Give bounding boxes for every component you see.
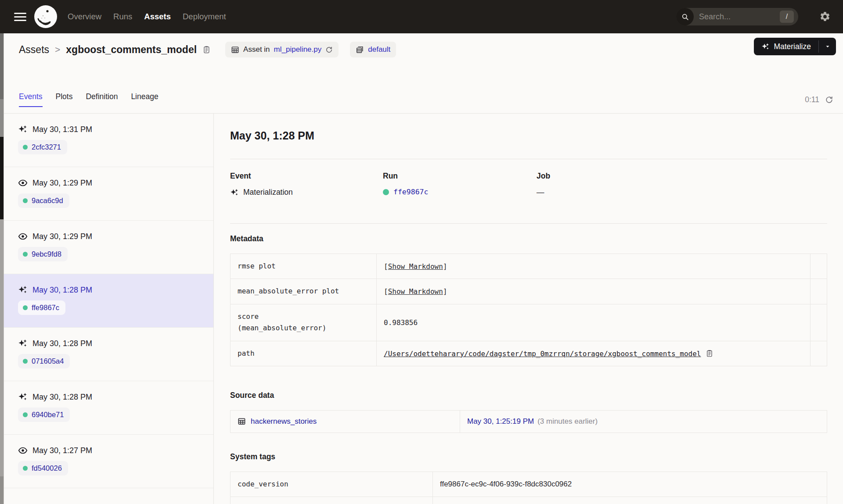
event-timestamp: May 30, 1:29 PM xyxy=(32,232,92,241)
observation-eye-icon xyxy=(18,178,28,188)
copy-asset-name-icon[interactable] xyxy=(202,45,211,54)
run-id-pill[interactable]: 9ebc9fd8 xyxy=(18,247,68,261)
event-summary-grid: Event Materialization Run ffe9867c xyxy=(230,172,827,197)
metadata-key: rmse plot xyxy=(238,262,276,270)
breadcrumb-separator: > xyxy=(55,44,60,55)
materialize-dropdown-button[interactable] xyxy=(819,38,836,55)
run-id-pill[interactable]: fd540026 xyxy=(18,461,68,475)
show-markdown-link[interactable]: Show Markdown xyxy=(388,262,443,271)
event-list-item[interactable]: May 30, 1:29 PM9aca6c9d xyxy=(4,167,213,221)
run-id-label: 9ebc9fd8 xyxy=(32,250,61,258)
run-status-dot xyxy=(23,252,28,257)
run-id-label: 2cfc3271 xyxy=(32,143,61,151)
tab-lineage[interactable]: Lineage xyxy=(131,92,158,107)
metadata-row: path/Users/odetteharary/code/dagster/tmp… xyxy=(231,341,827,366)
search-input[interactable]: Search... / xyxy=(676,8,798,25)
run-id-label: ffe9867c xyxy=(32,304,59,312)
metadata-row: mean_absolute_error plot[Show Markdown] xyxy=(231,279,827,304)
markdown-value: [Show Markdown] xyxy=(384,287,447,296)
event-detail-title: May 30, 1:28 PM xyxy=(230,129,827,142)
run-status-dot xyxy=(23,198,28,203)
copy-path-icon[interactable] xyxy=(705,349,713,357)
source-time-link[interactable]: May 30, 1:25:19 PM xyxy=(467,417,534,425)
reload-definitions-icon[interactable] xyxy=(325,46,333,54)
tab-plots[interactable]: Plots xyxy=(56,92,73,107)
metadata-value: 0.983856 xyxy=(384,318,418,327)
repo-tag-pill[interactable]: default xyxy=(350,42,396,57)
materialization-sparkle-icon xyxy=(18,392,28,402)
run-id-pill[interactable]: 9aca6c9d xyxy=(18,193,69,208)
materialization-sparkle-icon xyxy=(18,125,28,134)
nav-item-runs[interactable]: Runs xyxy=(113,12,132,21)
event-list-item[interactable]: May 30, 1:28 PM6940be71 xyxy=(4,381,213,435)
event-detail-panel: May 30, 1:28 PM Event Materialization Ru… xyxy=(214,114,843,504)
source-data-row: hackernews_storiesMay 30, 1:25:19 PM(3 m… xyxy=(231,410,827,433)
event-list-item[interactable]: May 30, 1:28 PM071605a4 xyxy=(4,328,213,381)
materialize-button[interactable]: Materialize xyxy=(754,38,818,55)
run-id-pill[interactable]: 2cfc3271 xyxy=(18,140,67,154)
tabs-toolbar: EventsPlotsDefinitionLineage 0:11 xyxy=(4,66,843,114)
path-link[interactable]: /Users/odetteharary/code/dagster/tmp_0mz… xyxy=(384,350,701,358)
nav-item-assets[interactable]: Assets xyxy=(144,12,171,21)
event-timestamp: May 30, 1:31 PM xyxy=(32,125,92,134)
settings-gear-icon[interactable] xyxy=(819,11,831,22)
event-list-item[interactable]: May 30, 1:27 PMfd540026 xyxy=(4,435,213,488)
repo-icon xyxy=(356,46,364,54)
event-list-item[interactable]: May 30, 1:29 PM9ebc9fd8 xyxy=(4,221,213,274)
nav-item-overview[interactable]: Overview xyxy=(68,12,101,21)
run-id-label: 6940be71 xyxy=(32,411,64,419)
markdown-value: [Show Markdown] xyxy=(384,262,447,271)
observation-eye-icon xyxy=(18,232,28,241)
metadata-key: score (mean_absolute_error) xyxy=(238,312,326,332)
nav-item-deployment[interactable]: Deployment xyxy=(183,12,226,21)
run-id-pill[interactable]: 6940be71 xyxy=(18,407,70,422)
event-timestamp: May 30, 1:28 PM xyxy=(32,393,92,402)
source-asset-link[interactable]: hackernews_stories xyxy=(251,417,317,426)
page-title: xgboost_comments_model xyxy=(66,44,197,56)
show-markdown-link[interactable]: Show Markdown xyxy=(388,287,443,296)
system-tag-row-cropped xyxy=(231,497,827,504)
metadata-row: score (mean_absolute_error)0.983856 xyxy=(231,304,827,341)
materialization-sparkle-icon xyxy=(230,188,239,197)
job-column-header: Job xyxy=(537,172,827,181)
system-tag-key: code_version xyxy=(238,480,288,488)
refresh-icon[interactable] xyxy=(825,96,833,104)
table-icon xyxy=(231,46,239,54)
metadata-key: mean_absolute_error plot xyxy=(238,287,339,295)
run-id-pill[interactable]: 071605a4 xyxy=(18,354,70,368)
materialize-sparkle-icon xyxy=(761,43,770,51)
tab-events[interactable]: Events xyxy=(19,92,43,107)
materialize-label: Materialize xyxy=(774,42,811,51)
asset-location-pill[interactable]: Asset in ml_pipeline.py xyxy=(225,42,339,57)
content: May 30, 1:31 PM2cfc3271May 30, 1:29 PM9a… xyxy=(4,114,843,504)
observation-eye-icon xyxy=(18,446,28,455)
repo-name-link[interactable]: default xyxy=(368,45,390,54)
breadcrumb-assets-link[interactable]: Assets xyxy=(19,44,49,56)
run-id-label: 071605a4 xyxy=(32,357,64,365)
metadata-table: rmse plot[Show Markdown]mean_absolute_er… xyxy=(230,254,827,366)
run-status-dot xyxy=(23,305,28,310)
top-nav: OverviewRunsAssetsDeployment Search... / xyxy=(0,0,843,33)
event-list-item[interactable]: May 30, 1:31 PM2cfc3271 xyxy=(4,114,213,167)
event-timestamp: May 30, 1:29 PM xyxy=(32,179,92,188)
source-data-table: hackernews_storiesMay 30, 1:25:19 PM(3 m… xyxy=(230,410,827,433)
tabs: EventsPlotsDefinitionLineage xyxy=(19,92,159,107)
event-column-header: Event xyxy=(230,172,383,181)
table-gutter xyxy=(811,279,827,304)
source-data-heading: Source data xyxy=(230,391,827,400)
system-tags-heading: System tags xyxy=(230,452,827,461)
menu-icon[interactable] xyxy=(14,13,26,21)
tab-definition[interactable]: Definition xyxy=(86,92,118,107)
run-id-label: fd540026 xyxy=(32,464,62,472)
materialization-sparkle-icon xyxy=(18,285,28,295)
dagster-logo[interactable] xyxy=(34,5,57,28)
refresh-timer: 0:11 xyxy=(805,95,833,104)
run-id-link[interactable]: ffe9867c xyxy=(393,188,428,196)
run-status-dot xyxy=(383,189,389,195)
run-status-dot xyxy=(23,145,28,150)
asset-location-prefix: Asset in xyxy=(243,45,270,54)
asset-file-link[interactable]: ml_pipeline.py xyxy=(274,45,322,54)
run-id-pill[interactable]: ffe9867c xyxy=(18,300,65,315)
events-list: May 30, 1:31 PM2cfc3271May 30, 1:29 PM9a… xyxy=(4,114,214,504)
event-list-item[interactable]: May 30, 1:28 PMffe9867c xyxy=(4,274,213,328)
